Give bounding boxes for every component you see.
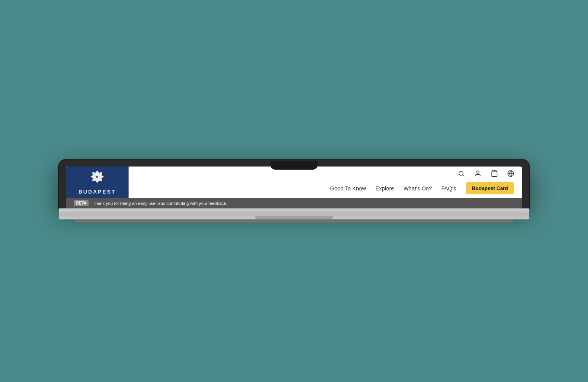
- search-icon[interactable]: [458, 170, 465, 179]
- beta-message: Thank you for being an early user and co…: [93, 201, 227, 206]
- header-right: Good To Know Explore What's On? FAQ's Bu…: [129, 167, 522, 197]
- nav-faqs[interactable]: FAQ's: [441, 185, 456, 192]
- site-header: B BUDAPEST: [66, 167, 522, 198]
- cart-icon[interactable]: [491, 170, 498, 179]
- globe-icon[interactable]: [507, 170, 514, 179]
- svg-point-1: [459, 171, 463, 176]
- logo-text: BUDAPEST: [78, 189, 116, 195]
- nav-whats-on[interactable]: What's On?: [403, 185, 432, 192]
- svg-text:B: B: [96, 176, 98, 179]
- svg-point-2: [477, 171, 479, 173]
- laptop-screen: B BUDAPEST: [66, 167, 522, 208]
- laptop-notch: [270, 161, 318, 170]
- logo-icon: B: [87, 170, 107, 188]
- user-icon[interactable]: [474, 170, 481, 179]
- nav-good-to-know[interactable]: Good To Know: [330, 185, 366, 192]
- budapest-card-button[interactable]: Budapest Card: [466, 182, 514, 194]
- laptop-base-bottom: [74, 219, 514, 223]
- screen-frame: B BUDAPEST: [59, 159, 529, 208]
- laptop-frame: B BUDAPEST: [59, 159, 529, 223]
- website: B BUDAPEST: [66, 167, 522, 208]
- header-icons: [136, 167, 514, 182]
- logo-section: B BUDAPEST: [66, 167, 129, 198]
- laptop-base: [59, 208, 529, 219]
- beta-badge: BETA: [74, 200, 89, 206]
- beta-bar: BETA Thank you for being an early user a…: [66, 198, 522, 208]
- nav-explore[interactable]: Explore: [376, 185, 394, 192]
- header-nav: Good To Know Explore What's On? FAQ's Bu…: [136, 182, 514, 197]
